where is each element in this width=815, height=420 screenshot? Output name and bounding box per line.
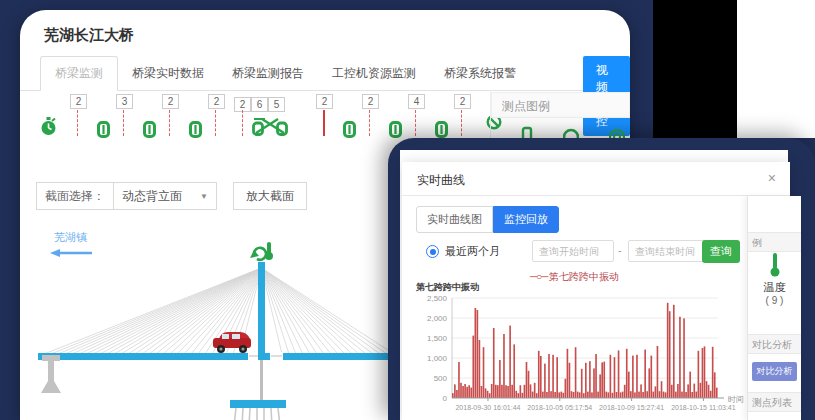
chevron-down-icon: ▼ xyxy=(200,192,208,201)
sensor-drop-line xyxy=(461,110,462,136)
car xyxy=(213,332,251,353)
bridge-direction-label: 芜湖镇 xyxy=(54,230,87,245)
svg-text:500: 500 xyxy=(434,374,448,383)
legend-panel-title: 测点图例 xyxy=(491,92,630,118)
temperature-label: 温度 xyxy=(748,280,801,295)
bridge-deck xyxy=(38,353,400,360)
temperature-count: ( 9 ) xyxy=(748,295,801,306)
query-end-input[interactable] xyxy=(628,240,710,262)
dialog-tab-bar: 实时曲线图监控回放 xyxy=(416,206,559,233)
chain-icon[interactable] xyxy=(343,121,356,142)
main-tab-1[interactable]: 桥梁实时数据 xyxy=(118,57,218,90)
svg-text:1,000: 1,000 xyxy=(427,354,448,363)
sensor-count-badge[interactable]: 2 xyxy=(162,94,179,109)
sensor-drop-line xyxy=(323,110,325,136)
section-select-dropdown[interactable]: 动态背立面 ▼ xyxy=(113,183,216,209)
svg-text:2,500: 2,500 xyxy=(427,294,448,303)
sensor-count-badge[interactable]: 5 xyxy=(268,97,285,112)
chain-icon[interactable] xyxy=(97,121,110,142)
compare-analysis-button[interactable]: 对比分析 xyxy=(752,362,797,381)
temperature-point[interactable]: 温度 ( 9 ) xyxy=(748,252,801,306)
sensor-group-1: 2 xyxy=(68,90,114,148)
sensor-drop-line xyxy=(77,110,78,136)
sensor-count-badge[interactable]: 2 xyxy=(70,94,87,109)
sensor-drop-line xyxy=(369,110,370,136)
svg-text:2018-10-09 15:27:41: 2018-10-09 15:27:41 xyxy=(599,404,664,411)
tower-foundation-piles xyxy=(234,408,280,420)
background-sidebar-fragment: 例 温度 ( 9 ) 对比分析 对比分析 测点列表 xyxy=(747,196,801,420)
chain-icon[interactable] xyxy=(389,121,402,142)
bearing-icon[interactable] xyxy=(252,117,288,140)
sensor-group-7: 2 xyxy=(360,90,406,148)
radio-icon xyxy=(426,245,439,258)
chain-icon[interactable] xyxy=(189,121,202,142)
main-tab-0[interactable]: 桥梁监测 xyxy=(40,56,118,91)
dialog-title: 实时曲线 xyxy=(417,172,465,189)
svg-text:2018-10-15 11:03:41: 2018-10-15 11:03:41 xyxy=(671,404,736,411)
vibration-chart: 第七跨跨中振动05001,0001,5002,0002,5002018-09-3… xyxy=(408,280,753,420)
query-row: 最近两个月 - 查询 xyxy=(402,240,790,266)
recent-range-radio[interactable]: 最近两个月 xyxy=(426,244,500,259)
sensor-count-badge[interactable]: 2 xyxy=(362,94,379,109)
main-tab-bar: 桥梁监测桥梁实时数据桥梁监测报告工控机资源监测桥梁系统报警 xyxy=(40,56,530,90)
main-tab-2[interactable]: 桥梁监测报告 xyxy=(218,57,318,90)
compare-analysis-header: 对比分析 xyxy=(748,334,801,354)
range-separator: - xyxy=(618,244,622,256)
query-button[interactable]: 查询 xyxy=(702,240,740,263)
svg-text:2018-09-30 16:01:44: 2018-09-30 16:01:44 xyxy=(455,404,520,411)
enlarge-section-button[interactable]: 放大截面 xyxy=(233,182,307,210)
sensor-group-2: 3 xyxy=(114,90,160,148)
sensor-count-badge[interactable]: 4 xyxy=(408,94,425,109)
main-tab-3[interactable]: 工控机资源监测 xyxy=(318,57,430,90)
chart-svg: 第七跨跨中振动05001,0001,5002,0002,5002018-09-3… xyxy=(408,280,753,418)
dialog-header: 实时曲线 × xyxy=(402,162,790,196)
tower-top-rotate-icon xyxy=(250,248,266,260)
backdrop-black xyxy=(653,0,737,138)
point-list-header: 测点列表 xyxy=(748,392,801,412)
sensor-group-4: 2 xyxy=(206,90,232,148)
sensor-drop-line xyxy=(123,110,124,136)
section-select-group: 截面选择： 动态背立面 ▼ xyxy=(36,182,217,210)
sensor-drop-line xyxy=(242,110,243,136)
section-toolbar: 截面选择： 动态背立面 ▼ 放大截面 xyxy=(36,182,307,210)
stage: 芜湖长江大桥 桥梁监测桥梁实时数据桥梁监测报告工控机资源监测桥梁系统报警 视频监… xyxy=(0,0,815,420)
svg-text:0: 0 xyxy=(443,394,448,403)
sensor-group-5: 265 xyxy=(232,90,314,148)
sensor-count-badge[interactable]: 6 xyxy=(251,97,268,112)
dialog-tab-1[interactable]: 监控回放 xyxy=(493,206,559,233)
main-tab-4[interactable]: 桥梁系统报警 xyxy=(430,57,530,90)
legend-header-fragment: 例 xyxy=(748,232,801,252)
section-select-label: 截面选择： xyxy=(37,188,113,205)
sensor-count-badge[interactable]: 2 xyxy=(208,94,225,109)
sensor-group-3: 2 xyxy=(160,90,206,148)
close-icon[interactable]: × xyxy=(768,170,776,186)
svg-text:时间: 时间 xyxy=(728,395,744,404)
sensor-count-badge[interactable]: 3 xyxy=(116,94,133,109)
backdrop-white xyxy=(737,0,815,138)
sensor-drop-line xyxy=(415,110,416,136)
svg-text:第七跨跨中振动: 第七跨跨中振动 xyxy=(415,282,479,292)
page-title: 芜湖长江大桥 xyxy=(44,26,134,45)
bridge-tower xyxy=(258,262,265,360)
svg-text:2,000: 2,000 xyxy=(427,314,448,323)
svg-text:1,500: 1,500 xyxy=(427,334,448,343)
left-pier xyxy=(41,355,61,393)
dialog-tab-0[interactable]: 实时曲线图 xyxy=(416,206,493,233)
stopwatch-icon[interactable] xyxy=(40,117,57,140)
sensor-group-0 xyxy=(34,90,68,148)
sensor-drop-line xyxy=(169,110,170,136)
tower-lower xyxy=(260,360,263,402)
svg-text:2018-10-05 05:17:54: 2018-10-05 05:17:54 xyxy=(527,404,592,411)
left-arrow-icon xyxy=(50,248,94,258)
sensor-count-badge[interactable]: 2 xyxy=(316,94,333,109)
sensor-count-badge[interactable]: 2 xyxy=(454,94,471,109)
bridge-diagram xyxy=(30,238,410,420)
chain-icon[interactable] xyxy=(143,121,156,142)
tower-cap xyxy=(230,400,286,408)
query-start-input[interactable] xyxy=(532,240,614,262)
sensor-drop-line xyxy=(215,110,216,136)
thermometer-icon xyxy=(769,252,781,278)
sensor-group-6: 2 xyxy=(314,90,360,148)
radio-label: 最近两个月 xyxy=(445,244,500,259)
realtime-curve-dialog: 实时曲线 × 实时曲线图监控回放 最近两个月 - 查询 ─○─ 第七跨跨中振动 … xyxy=(402,162,790,420)
